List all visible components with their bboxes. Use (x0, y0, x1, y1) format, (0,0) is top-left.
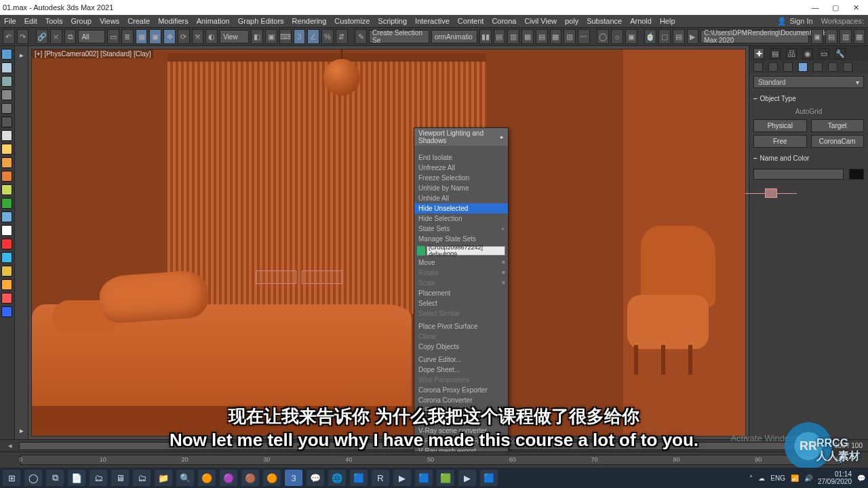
curve-editor-button[interactable]: 〰 (578, 29, 590, 44)
render-setup-button[interactable]: ☼ (611, 29, 623, 44)
keyboard-shortcut-button[interactable]: ⌨ (279, 29, 292, 44)
tray-notifications-icon[interactable]: 💬 (857, 474, 865, 482)
asset-1-button[interactable]: ▣ (811, 29, 823, 44)
create-coronacam-button[interactable]: CoronaCam (811, 135, 865, 148)
taskbar-app-6[interactable]: 🔍 (176, 470, 194, 486)
menu-content[interactable]: Content (458, 17, 484, 25)
menu-create[interactable]: Create (127, 17, 150, 25)
maximize-button[interactable]: ▢ (826, 1, 845, 14)
menu-poly[interactable]: poly (565, 17, 578, 25)
mirror-button[interactable]: ▮▮ (479, 29, 492, 44)
taskbar-app-18[interactable]: 🟦 (480, 470, 498, 486)
quad-color-swatch[interactable] (417, 246, 425, 256)
create-target-button[interactable]: Target (811, 119, 865, 132)
menu-edit[interactable]: Edit (24, 17, 37, 25)
taskbar-edge[interactable]: 🟦 (350, 470, 368, 486)
anim-layer-dropdown[interactable]: ormAnimatio (431, 30, 477, 43)
tray-cloud-icon[interactable]: ☁ (758, 474, 765, 482)
timeline-ruler[interactable]: 0102030405060708090100 (0, 451, 868, 468)
percent-snap-button[interactable]: % (321, 29, 334, 44)
system-tray[interactable]: ˄ ☁ ENG 📶 🔊 01:14 27/09/2020 💬 (749, 470, 865, 485)
quad-item-pivot-0[interactable]: Place Pivot Surface (414, 321, 508, 331)
cat-geometry[interactable] (753, 62, 763, 72)
palette-swatch-19[interactable] (1, 306, 12, 317)
quad-item-display-5[interactable]: Hide Unselected (414, 203, 508, 214)
quad-item-tools-8[interactable]: V-Ray Bitmap to VRayBitmap converter (414, 436, 508, 446)
taskbar-app-5[interactable]: 📁 (155, 470, 172, 486)
align-l-button[interactable]: ▤ (494, 29, 506, 44)
rotate-button[interactable]: ⟳ (178, 29, 190, 44)
cat-lights[interactable] (783, 62, 793, 72)
taskbar-app-9[interactable]: 🟤 (241, 470, 259, 486)
select-by-name-button[interactable]: ≣ (121, 29, 134, 44)
palette-swatch-6[interactable] (1, 130, 12, 141)
taskbar-app-16[interactable]: 🟩 (437, 470, 454, 486)
palette-swatch-17[interactable] (1, 279, 12, 290)
palette-swatch-18[interactable] (1, 293, 12, 304)
manipulate-button[interactable]: ▣ (265, 29, 277, 44)
tray-up-icon[interactable]: ˄ (749, 474, 753, 482)
utilities-tab[interactable]: 🔧 (835, 48, 846, 59)
tray-clock[interactable]: 01:14 27/09/2020 (818, 470, 852, 485)
tray-lang[interactable]: ENG (770, 474, 785, 482)
layer-explorer-button[interactable]: ▦ (550, 29, 562, 44)
taskbar-app-10[interactable]: 🟠 (263, 470, 281, 486)
expand-top-button[interactable]: ▸ (15, 49, 28, 61)
quad-item-tools-5[interactable]: V-Ray properties (414, 405, 508, 415)
quad-item-transform-3[interactable]: Placement (414, 288, 508, 298)
cat-cameras[interactable] (798, 62, 808, 72)
motion-tab[interactable]: ◉ (802, 48, 813, 59)
taskbar-app-r[interactable]: R (372, 470, 389, 486)
palette-swatch-11[interactable] (1, 198, 12, 209)
palette-swatch-5[interactable] (1, 117, 12, 127)
quad-object-name-field[interactable]: [Group2098672242] default009 (427, 246, 505, 256)
move-button[interactable]: ✥ (163, 29, 176, 44)
palette-swatch-16[interactable] (1, 266, 12, 277)
hierarchy-tab[interactable]: 品 (786, 48, 797, 59)
layer-button[interactable]: ▤ (536, 29, 548, 44)
quad-item-display-6[interactable]: Hide Selection (414, 214, 508, 224)
palette-swatch-1[interactable] (1, 62, 12, 73)
menu-substance[interactable]: Substance (587, 17, 622, 25)
palette-swatch-2[interactable] (1, 76, 12, 87)
angle-snap-button[interactable]: ∠ (307, 29, 319, 44)
align-c-button[interactable]: ▥ (507, 29, 519, 44)
palette-swatch-10[interactable] (1, 184, 12, 195)
expand-bottom-button[interactable]: ▸ (15, 424, 28, 436)
menu-customize[interactable]: Customize (334, 17, 370, 25)
task-view-button[interactable]: ⧉ (46, 470, 64, 486)
menu-scripting[interactable]: Scripting (378, 17, 407, 25)
cat-spacewarps[interactable] (828, 62, 837, 72)
menu-civil-view[interactable]: Civil View (524, 17, 556, 25)
cat-shapes[interactable] (768, 62, 778, 72)
render-teapot-button[interactable]: 🍵 (644, 29, 656, 44)
create-tab[interactable]: ✚ (753, 48, 764, 59)
project-path-field[interactable]: C:\Users\DPMRendering\Documents\3ds Max … (701, 30, 809, 43)
snap-toggle-3-button[interactable]: 3 (294, 29, 306, 44)
asset-2-button[interactable]: ▤ (825, 29, 837, 44)
quad-item-tools-3[interactable]: Corona Proxy Exporter (414, 385, 508, 395)
taskbar-app-3[interactable]: 🖥 (111, 470, 129, 486)
palette-swatch-12[interactable] (1, 211, 12, 222)
start-button[interactable]: ⊞ (3, 470, 20, 486)
quad-item-tools-1[interactable]: Dope Sheet... (414, 365, 508, 375)
palette-swatch-0[interactable] (1, 49, 12, 60)
cat-systems[interactable] (843, 62, 852, 72)
menu-group[interactable]: Group (71, 17, 92, 25)
palette-swatch-8[interactable] (1, 157, 12, 168)
menu-file[interactable]: File (4, 17, 16, 25)
select-region-button[interactable]: ▦ (136, 29, 148, 44)
minimize-button[interactable]: — (806, 1, 825, 14)
undo-button[interactable]: ↶ (3, 29, 15, 44)
taskbar-app-2[interactable]: 🗂 (90, 470, 107, 486)
quad-item-tools-0[interactable]: Curve Editor... (414, 354, 508, 365)
quad-item-tools-7[interactable]: V-Ray scene converter (414, 426, 508, 436)
object-color-swatch[interactable] (849, 169, 864, 180)
taskbar-app-4[interactable]: 🗂 (133, 470, 151, 486)
camera-gizmo[interactable] (765, 188, 777, 198)
named-selection-dropdown[interactable]: Create Selection Se (369, 30, 429, 43)
redo-button[interactable]: ↷ (17, 29, 29, 44)
palette-swatch-7[interactable] (1, 144, 12, 155)
rollout-object-type[interactable]: Object Type (753, 95, 864, 102)
palette-swatch-14[interactable] (1, 239, 12, 249)
